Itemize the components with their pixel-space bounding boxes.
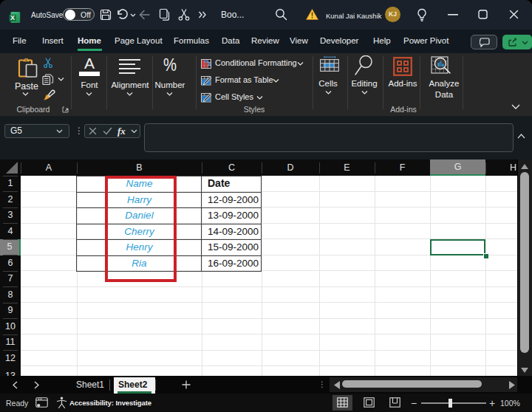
svg-text:X: X — [10, 14, 15, 21]
